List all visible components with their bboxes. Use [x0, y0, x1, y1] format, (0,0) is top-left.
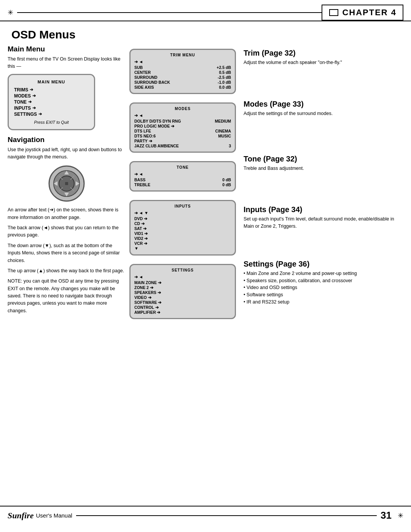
trim-center-row: CENTER 0.5 dB: [134, 70, 231, 75]
header-star-icon: ✳: [8, 8, 13, 17]
center-column: TRIM MENU ➔ ◄ SUB +2.5 dB CENTER 0.5 dB …: [129, 45, 236, 323]
settings-nav-arrows: ➔ ◄: [134, 275, 231, 280]
modes-dtsneo-row: DTS NEO:6 MUSIC: [134, 134, 231, 138]
tv-menu-tone: TONE ➔: [14, 99, 89, 105]
header-line: [17, 12, 322, 13]
settings-bullet-3: Video and OSD settings: [244, 284, 403, 291]
tv-menu-tone-label: TONE: [14, 99, 27, 105]
sunfire-italic: Sunfire: [8, 511, 33, 520]
inputs-vid1-row: VID1 ➔: [134, 231, 231, 236]
modes-dtsneo-value: MUSIC: [218, 134, 231, 138]
inputs-cd-row: CD ➔: [134, 221, 231, 226]
tv-menu-inputs: INPUTS ➔: [14, 105, 89, 111]
trims-arrow: ➔: [30, 87, 33, 92]
inputs-sat-row: SAT ➔: [134, 226, 231, 231]
tone-info-block: Tone (Page 32) Treble and Bass adjustmen…: [244, 155, 403, 172]
modes-arrow: ➔: [32, 93, 36, 98]
tone-nav-arrows: ➔ ◄: [134, 172, 231, 177]
tv-exit-text: Press EXIT to Quit: [14, 120, 89, 125]
trim-info-desc: Adjust the volume of each speaker "on-th…: [244, 59, 403, 66]
trim-sideaxis-label: SIDE AXIS: [134, 85, 154, 89]
brand-name: Sunfire: [8, 511, 33, 521]
tone-info-title: Tone (Page 32): [244, 155, 403, 163]
inputs-vid1-label: VID1 ➔: [134, 231, 148, 236]
trim-center-value: 0.5 dB: [219, 70, 231, 75]
main-content: Main Menu The first menu of the TV On Sc…: [0, 45, 411, 323]
settings-amplifier-label: AMPLIFIER ➔: [134, 310, 161, 315]
trim-screen-wrap: TRIM MENU ➔ ◄ SUB +2.5 dB CENTER 0.5 dB …: [129, 49, 236, 99]
trim-sideaxis-value: 0.0 dB: [219, 85, 231, 89]
modes-prologic-label: PRO LOGIC MODE ➔: [134, 124, 174, 128]
modes-jazzclub-value: 3: [229, 144, 231, 148]
modes-party-row: PARTY ➔: [134, 139, 231, 143]
nav-desc-1: Use the joystick pad left, right, up and…: [8, 146, 126, 161]
page-footer: Sunfire User's Manual 31 ✳: [0, 506, 411, 524]
settings-speakers-row: SPEAKERS ➔: [134, 290, 231, 295]
header-left: ✳: [8, 8, 322, 17]
navigation-section: Navigation Use the joystick pad left, ri…: [8, 136, 126, 315]
tone-treble-row: TREBLE 0 dB: [134, 182, 231, 187]
trim-info-title: Trim (Page 32): [244, 49, 403, 58]
inputs-vcr-label: VCR ➔: [134, 241, 147, 246]
modes-info-desc: Adjust the settings of the surround mode…: [244, 110, 403, 117]
modes-dtslfe-value: CINEMA: [215, 129, 231, 133]
modes-nav-arrows: ➔ ◄: [134, 113, 231, 118]
inputs-vid2-label: VID2 ➔: [134, 236, 148, 241]
trim-info-block: Trim (Page 32) Adjust the volume of each…: [244, 49, 403, 66]
tone-screen: TONE ➔ ◄ BASS 0 dB TREBLE 0 dB: [129, 161, 236, 192]
trim-screen: TRIM MENU ➔ ◄ SUB +2.5 dB CENTER 0.5 dB …: [129, 49, 236, 94]
tone-treble-value: 0 dB: [222, 182, 231, 187]
inputs-screen: INPUTS ➔ ◄ ▼ DVD ➔ CD ➔ SAT ➔ VID1 ➔ VID…: [129, 200, 236, 256]
trim-surround-label: SURROUND: [134, 75, 158, 80]
tv-box-title: MAIN MENU: [14, 80, 89, 84]
settings-amplifier-row: AMPLIFIER ➔: [134, 310, 231, 315]
chapter-label: CHAPTER: [342, 8, 388, 18]
settings-bullet-2: Speakers size, position, calibration, an…: [244, 277, 403, 284]
nav-desc-6: NOTE: you can quit the OSD at any time b…: [8, 278, 126, 315]
modes-jazzclub-row: JAZZ CLUB AMBIENCE 3: [134, 144, 231, 148]
chapter-icon: [329, 9, 338, 16]
settings-video-row: VIDEO ➔: [134, 295, 231, 300]
trim-surroundback-label: SURROUND BACK: [134, 80, 170, 85]
page-title: OSD Menus: [0, 21, 411, 45]
tone-info-desc: Treble and Bass adjustment.: [244, 165, 403, 172]
tone-arrow: ➔: [28, 99, 32, 104]
page-number: 31: [381, 510, 392, 521]
right-column: Trim (Page 32) Adjust the volume of each…: [236, 45, 403, 323]
inputs-info-desc: Set up each input's Trim level, default …: [244, 216, 403, 230]
trim-nav-arrows: ➔ ◄: [134, 59, 231, 64]
trim-sub-row: SUB +2.5 dB: [134, 65, 231, 70]
inputs-dvd-row: DVD ➔: [134, 216, 231, 221]
footer-manual-text: User's Manual: [36, 512, 72, 519]
settings-info-block: Settings (Page 36) Main Zone and Zone 2 …: [244, 260, 403, 306]
left-column: Main Menu The first menu of the TV On Sc…: [8, 45, 129, 323]
trim-center-label: CENTER: [134, 70, 151, 75]
settings-arrow: ➔: [38, 112, 42, 117]
svg-rect-3: [65, 182, 68, 185]
trim-sub-value: +2.5 dB: [217, 65, 231, 70]
trim-sub-label: SUB: [134, 65, 143, 70]
nav-desc-5: The up arrow (▲) shows the way back to t…: [8, 267, 126, 275]
tone-bass-value: 0 dB: [222, 177, 231, 182]
settings-screen-title: SETTINGS: [134, 268, 231, 272]
tone-bass-label: BASS: [134, 177, 145, 182]
inputs-down-arrow: ▼: [134, 246, 231, 251]
chapter-box: CHAPTER 4: [322, 5, 403, 21]
tv-menu-settings: SETTINGS ➔: [14, 112, 89, 117]
modes-dolby-label: DOLBY D/DTS DYN RNG: [134, 119, 181, 123]
settings-bullet-5: IR and RS232 setup: [244, 299, 403, 306]
footer-star-icon: ✳: [398, 511, 403, 520]
tv-menu-settings-label: SETTINGS: [14, 112, 37, 117]
trim-surroundback-row: SURROUND BACK -1.0 dB: [134, 80, 231, 85]
trim-surroundback-value: -1.0 dB: [218, 80, 231, 85]
inputs-info-title: Inputs (Page 34): [244, 205, 403, 214]
tv-menu-trims: TRIMS ➔: [14, 87, 89, 93]
joystick-icon: [48, 165, 86, 203]
settings-bullet-1: Main Zone and Zone 2 volume and power-up…: [244, 270, 403, 277]
trim-screen-title: TRIM MENU: [134, 53, 231, 57]
trim-sideaxis-row: SIDE AXIS 0.0 dB: [134, 85, 231, 89]
modes-dtslfe-label: DTS LFE: [134, 129, 151, 133]
trim-surround-row: SURROUND -2.5 dB: [134, 75, 231, 80]
inputs-screen-wrap: INPUTS ➔ ◄ ▼ DVD ➔ CD ➔ SAT ➔ VID1 ➔ VID…: [129, 200, 236, 260]
main-menu-desc: The first menu of the TV On Screen Displ…: [8, 56, 126, 70]
